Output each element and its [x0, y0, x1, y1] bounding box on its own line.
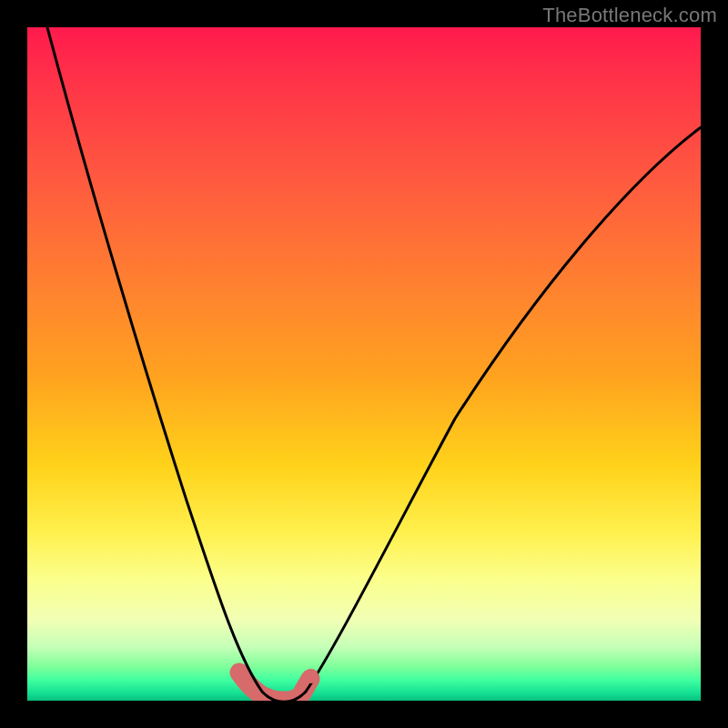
chart-svg: [27, 27, 701, 701]
highlight-dot: [304, 669, 318, 683]
watermark-text: TheBottleneck.com: [542, 4, 717, 27]
chart-frame: TheBottleneck.com: [0, 0, 728, 728]
bottleneck-curve: [47, 27, 701, 701]
plot-area: [27, 27, 701, 701]
